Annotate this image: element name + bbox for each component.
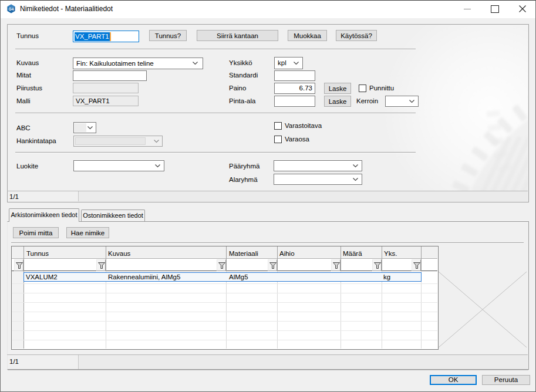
svg-text:G4: G4 bbox=[9, 7, 14, 11]
